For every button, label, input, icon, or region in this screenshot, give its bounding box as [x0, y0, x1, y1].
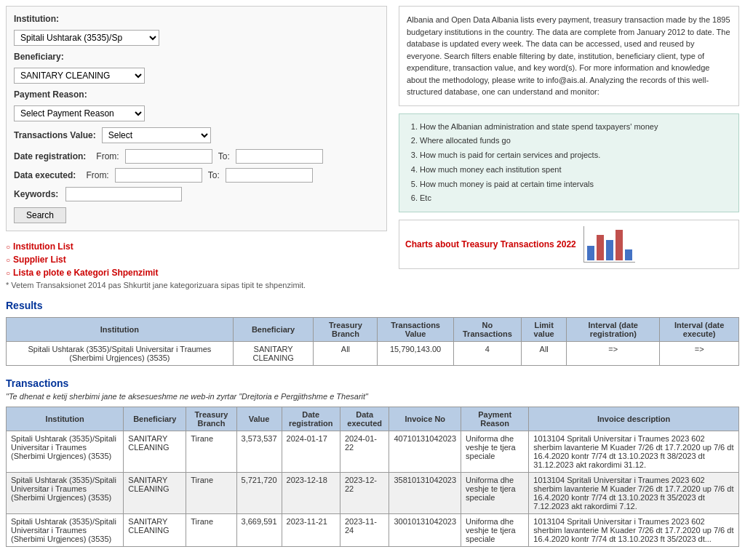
results-cell-0-1: SANITARY CLEANING [233, 342, 314, 366]
trans-cell-2-3: 3,669,591 [236, 514, 282, 547]
search-button[interactable]: Search [14, 207, 66, 223]
results-col-4: No Transactions [453, 318, 521, 342]
trans-cell-0-7: Uniforma dhe veshje te tjera speciale [461, 431, 529, 473]
trans-col-8: Invoice description [529, 407, 739, 431]
trans-cell-0-4: 2024-01-17 [282, 431, 340, 473]
results-cell-0-7: => [660, 342, 739, 366]
mini-chart [583, 226, 635, 263]
feature-item-4: How much money each institution spent [420, 163, 730, 177]
results-cell-0-6: => [567, 342, 660, 366]
results-title: Results [6, 300, 739, 311]
trans-cell-1-8: 1013104 Spritali Universitar i Traumes 2… [529, 473, 739, 514]
charts-box: Charts about Treasury Transactions 2022 [399, 220, 739, 269]
to-label-1: To: [218, 151, 230, 161]
results-cell-0-5: All [522, 342, 567, 366]
trans-cell-2-5: 2023-11-24 [340, 514, 389, 547]
trans-cell-1-1: SANITARY CLEANING [124, 473, 186, 514]
transactions-value-select[interactable]: Select [102, 127, 211, 143]
date-registration-label: Date registration: [14, 151, 86, 161]
trans-cell-0-5: 2024-01-22 [340, 431, 389, 473]
keywords-label: Keywords: [14, 189, 58, 199]
to-label-2: To: [208, 170, 220, 180]
from-label-1: From: [96, 151, 119, 161]
payment-reason-label: Payment Reason: [14, 89, 87, 100]
transactions-title: Transactions [6, 377, 739, 389]
beneficiary-select[interactable]: SANITARY CLEANING [14, 68, 145, 84]
trans-cell-0-3: 3,573,537 [236, 431, 282, 473]
trans-cell-1-4: 2023-12-18 [282, 473, 340, 514]
results-col-3: Transactions Value [378, 318, 453, 342]
trans-row-2: Spitali Ushtarak (3535)/Spitali Universi… [7, 514, 739, 547]
institution-list-link[interactable]: Institution List [13, 241, 73, 252]
trans-cell-0-8: 1013104 Spritali Universitar i Traumes 2… [529, 431, 739, 473]
transactions-value-label: Transactions Value: [14, 130, 96, 140]
trans-cell-1-2: Tirane [186, 473, 236, 514]
trans-col-6: Invoice No [389, 407, 461, 431]
data-executed-from[interactable] [115, 168, 202, 183]
trans-col-0: Institution [7, 407, 124, 431]
trans-col-7: Payment Reason [461, 407, 529, 431]
trans-col-5: Data executed [340, 407, 389, 431]
links-section: Institution List Supplier List Lista e p… [6, 237, 387, 294]
trans-cell-1-5: 2023-12-22 [340, 473, 389, 514]
payment-reason-select[interactable]: Select Payment Reason [14, 105, 145, 121]
trans-col-2: Treasury Branch [186, 407, 236, 431]
results-col-5: Limit value [522, 318, 567, 342]
institution-label: Institution: [14, 14, 59, 24]
trans-row-0: Spitali Ushtarak (3535)/Spitali Universi… [7, 431, 739, 473]
trans-cell-1-3: 5,721,720 [236, 473, 282, 514]
supplier-list-link[interactable]: Supplier List [13, 255, 66, 265]
trans-cell-1-7: Uniforma dhe veshje te tjera speciale [461, 473, 529, 514]
info-box: Albania and Open Data Albania lists ever… [399, 6, 739, 106]
trans-cell-1-6: 35810131042023 [389, 473, 461, 514]
trans-cell-1-0: Spitali Ushtarak (3535)/Spitali Universi… [7, 473, 124, 514]
trans-cell-0-1: SANITARY CLEANING [124, 431, 186, 473]
trans-col-4: Date registration [282, 407, 340, 431]
charts-link[interactable]: Charts about Treasury Transactions 2022 [405, 239, 576, 249]
chart-bar-5 [625, 249, 632, 260]
results-col-0: Institution [7, 318, 234, 342]
chart-bar-1 [587, 246, 594, 260]
results-cell-0-2: All [314, 342, 378, 366]
chart-bar-2 [597, 235, 604, 260]
data-executed-to[interactable] [226, 168, 313, 183]
feature-item-5: How much money is paid at certain time i… [420, 177, 730, 192]
results-col-7: Interval (date execute) [660, 318, 739, 342]
chart-bar-4 [615, 230, 623, 260]
keywords-input[interactable] [65, 187, 182, 201]
trans-col-1: Beneficiary [124, 407, 186, 431]
feature-item-2: Where allocated funds go [420, 134, 730, 148]
results-col-6: Interval (date registration) [567, 318, 660, 342]
results-cell-0-0: Spitali Ushtarak (3535)/Spitali Universi… [7, 342, 234, 366]
feature-item-1: How the Albanian administration and stat… [420, 120, 730, 135]
results-cell-0-4: 4 [453, 342, 521, 366]
trans-cell-2-1: SANITARY CLEANING [124, 514, 186, 547]
feature-item-3: How much is paid for certain services an… [420, 148, 730, 163]
feature-list: How the Albanian administration and stat… [399, 113, 739, 213]
results-row-0: Spitali Ushtarak (3535)/Spitali Universi… [7, 342, 739, 366]
trans-cell-2-0: Spitali Ushtarak (3535)/Spitali Universi… [7, 514, 124, 547]
feature-item-6: Etc [420, 191, 730, 206]
results-col-2: Treasury Branch [314, 318, 378, 342]
results-col-1: Beneficiary [233, 318, 314, 342]
links-list: Institution List Supplier List Lista e p… [6, 241, 387, 278]
trans-row-1: Spitali Ushtarak (3535)/Spitali Universi… [7, 473, 739, 514]
transactions-table: InstitutionBeneficiaryTreasury BranchVal… [6, 407, 739, 547]
trans-cell-0-0: Spitali Ushtarak (3535)/Spitali Universi… [7, 431, 124, 473]
transactions-subtitle: "Te dhenat e ketij sherbimi jane te akse… [6, 392, 739, 401]
trans-cell-0-2: Tirane [186, 431, 236, 473]
institution-select[interactable]: Spitali Ushtarak (3535)/Sp [14, 30, 159, 46]
trans-cell-2-2: Tirane [186, 514, 236, 547]
links-note: * Vetem Transaksionet 2014 pas Shkurtit … [6, 281, 387, 289]
date-registration-to[interactable] [236, 149, 323, 164]
from-label-2: From: [86, 170, 108, 180]
beneficiary-label: Beneficiary: [14, 52, 64, 62]
trans-cell-2-4: 2023-11-21 [282, 514, 340, 547]
trans-cell-0-6: 40710131042023 [389, 431, 461, 473]
trans-cell-2-7: Uniforma dhe veshje te tjera speciale [461, 514, 529, 547]
info-text: Albania and Open Data Albania lists ever… [407, 14, 731, 98]
data-executed-label: Data executed: [14, 170, 76, 180]
trans-col-3: Value [236, 407, 282, 431]
date-registration-from[interactable] [125, 149, 212, 164]
category-list-link[interactable]: Lista e plote e Kategori Shpenzimit [13, 268, 158, 278]
